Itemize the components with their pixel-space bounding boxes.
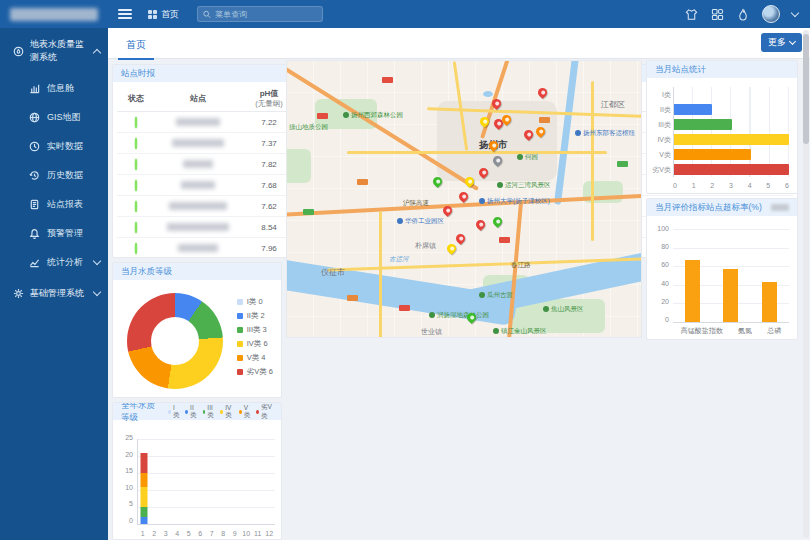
search-icon xyxy=(203,10,211,19)
annual-y-axis: 2520151050 xyxy=(117,435,135,525)
map-road xyxy=(347,151,607,154)
menu-search[interactable] xyxy=(197,6,323,22)
month-slot[interactable] xyxy=(195,439,206,524)
stat-bar[interactable] xyxy=(674,104,712,115)
stat-bar[interactable] xyxy=(674,164,789,175)
legend-item[interactable]: V类 4 xyxy=(237,353,273,363)
stack-segment xyxy=(140,453,147,473)
station-table-title: 站点时报 xyxy=(121,68,155,80)
map-park xyxy=(286,149,311,183)
station-name-blurred xyxy=(181,181,215,189)
report-icon xyxy=(28,199,40,211)
tab-home[interactable]: 首页 xyxy=(118,34,154,60)
annual-stacked-chart[interactable] xyxy=(137,439,275,525)
sidebar-item-2[interactable]: GIS地图 xyxy=(0,103,108,132)
top-bar: 首页 xyxy=(0,0,810,28)
globe-icon xyxy=(28,112,40,124)
status-ok-dot xyxy=(135,222,137,233)
road-shield xyxy=(617,161,628,167)
tab-bar: 首页 更多 xyxy=(108,28,810,59)
sidebar-root2-label: 基础管理系统 xyxy=(30,287,88,300)
user-menu-caret-icon[interactable] xyxy=(791,8,799,16)
column-header: 状态 xyxy=(117,93,155,104)
gis-map[interactable]: 扬州市江都区仪征市朴席镇世业镇扬州西郊森林公园捺山地质公园何园运河三湾风景区瓜州… xyxy=(286,60,642,338)
legend-item[interactable]: IV类 6 xyxy=(237,339,273,349)
stack-segment xyxy=(140,487,147,507)
alarm-icon xyxy=(28,228,40,240)
history-icon xyxy=(28,170,40,182)
month-slot[interactable] xyxy=(149,439,160,524)
month-slot[interactable] xyxy=(252,439,263,524)
breadcrumb[interactable]: 首页 xyxy=(148,8,179,21)
month-slot[interactable] xyxy=(218,439,229,524)
collapse-caret-icon[interactable] xyxy=(93,48,101,56)
clock-icon xyxy=(28,141,40,153)
layout-icon[interactable] xyxy=(710,7,724,21)
exceed-bar[interactable] xyxy=(762,282,777,322)
sidebar-item-3[interactable]: 实时数据 xyxy=(0,132,108,161)
status-ok-dot xyxy=(135,180,137,191)
month-slot[interactable] xyxy=(172,439,183,524)
hbar-x-axis: 0123456 xyxy=(673,182,789,189)
stat-bar[interactable] xyxy=(674,149,751,160)
sidebar-nav: 地表水质量监测系统 信息舱GIS地图实时数据历史数据站点报表预警管理统计分析 基… xyxy=(0,28,108,540)
user-avatar[interactable] xyxy=(762,5,780,23)
monthly-station-panel: 当月站点统计 I类II类III类IV类V类劣V类 0123456 xyxy=(646,60,798,194)
more-button[interactable]: 更多 xyxy=(761,33,802,52)
sidebar-item-5[interactable]: 站点报表 xyxy=(0,190,108,219)
sidebar-item-4[interactable]: 历史数据 xyxy=(0,161,108,190)
stat-bar[interactable] xyxy=(674,119,732,130)
month-slot[interactable] xyxy=(207,439,218,524)
flame-icon[interactable] xyxy=(736,7,750,21)
month-slot[interactable] xyxy=(241,439,252,524)
sidebar-item-6[interactable]: 预警管理 xyxy=(0,219,108,248)
road-shield xyxy=(399,305,410,311)
sidebar-item-label: 预警管理 xyxy=(47,227,100,240)
water-grade-donut-chart[interactable] xyxy=(127,293,223,389)
column-header: 站点 xyxy=(155,93,241,104)
expand-caret-icon[interactable] xyxy=(93,288,101,296)
exceed-title: 当月评价指标站点超标率(%) xyxy=(655,202,762,214)
road-shield xyxy=(382,77,393,83)
donut-title: 当月水质等级 xyxy=(121,266,172,278)
station-stats-chart[interactable] xyxy=(673,87,789,177)
system-icon xyxy=(12,45,24,57)
breadcrumb-home[interactable]: 首页 xyxy=(161,8,179,21)
month-slot[interactable] xyxy=(138,439,149,524)
sidebar-item-label: 信息舱 xyxy=(47,82,100,95)
exceed-bar[interactable] xyxy=(685,260,700,322)
legend-item[interactable]: I类 0 xyxy=(237,297,273,307)
page-scrollbar-thumb[interactable] xyxy=(803,34,809,144)
month-slot[interactable] xyxy=(161,439,172,524)
sidebar-root-water-system[interactable]: 地表水质量监测系统 xyxy=(0,28,108,74)
sidebar-root-base-management[interactable]: 基础管理系统 xyxy=(0,277,108,310)
stat-bar[interactable] xyxy=(674,134,789,145)
map-road xyxy=(591,81,594,241)
road-shield xyxy=(347,295,358,301)
month-slot[interactable] xyxy=(229,439,240,524)
annual-grade-panel: 全年水质等级 I类II类III类IV类V类劣V类 2520151050 1234… xyxy=(112,402,282,540)
stack-segment xyxy=(140,507,147,517)
month-slot[interactable] xyxy=(264,439,275,524)
expand-caret-icon[interactable] xyxy=(93,257,101,265)
legend-item[interactable]: 劣V类 6 xyxy=(237,367,273,377)
exceed-bar[interactable] xyxy=(723,269,738,322)
exceed-rate-chart[interactable] xyxy=(673,229,789,323)
theme-shirt-icon[interactable] xyxy=(684,7,698,21)
menu-toggle-icon[interactable] xyxy=(118,9,132,19)
sidebar-root-label: 地表水质量监测系统 xyxy=(30,38,88,64)
annual-title: 全年水质等级 xyxy=(121,402,162,424)
donut-legend: I类 0II类 2III类 3IV类 6V类 4劣V类 6 xyxy=(237,297,273,377)
sidebar-item-1[interactable]: 信息舱 xyxy=(0,74,108,103)
station-name-blurred xyxy=(183,160,213,168)
search-input[interactable] xyxy=(215,10,317,19)
blurred-label xyxy=(771,204,789,211)
map-road xyxy=(379,211,382,338)
legend-item[interactable]: II类 2 xyxy=(237,311,273,321)
exceed-rate-panel: 当月评价指标站点超标率(%) 100806040200 高锰酸盐指数氨氮总磷 xyxy=(646,198,798,340)
sidebar-item-7[interactable]: 统计分析 xyxy=(0,248,108,277)
station-name-blurred xyxy=(172,139,224,147)
legend-item[interactable]: III类 3 xyxy=(237,325,273,335)
month-slot[interactable] xyxy=(184,439,195,524)
road-shield xyxy=(539,117,550,123)
